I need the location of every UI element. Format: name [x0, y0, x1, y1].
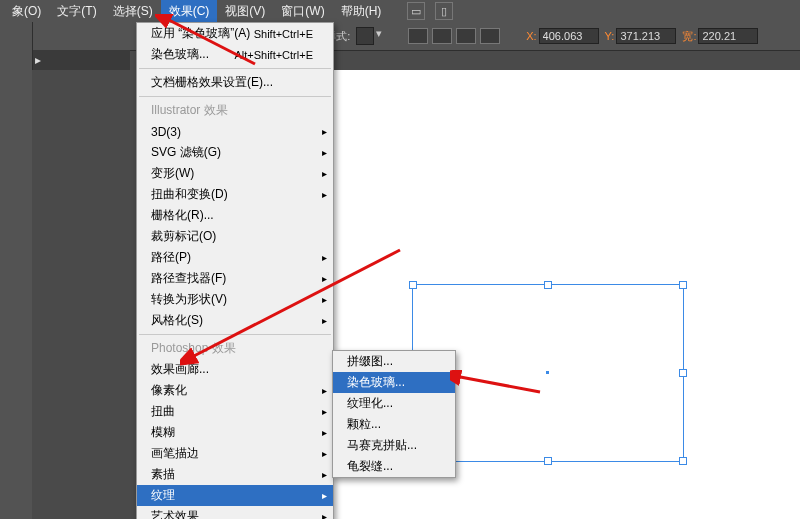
menu-apply[interactable]: 应用 “染色玻璃”(A) Shift+Ctrl+E — [137, 23, 333, 44]
x-label: X: — [526, 30, 536, 42]
handle[interactable] — [679, 281, 687, 289]
chevron-down-icon[interactable]: ▾ — [376, 27, 382, 45]
menu-effects[interactable]: 效果(C) — [161, 0, 218, 23]
align-icon[interactable] — [408, 28, 428, 44]
effects-menu: 应用 “染色玻璃”(A) Shift+Ctrl+E 染色玻璃... Alt+Sh… — [136, 22, 334, 519]
menu-warp[interactable]: 变形(W)▸ — [137, 163, 333, 184]
y-label: Y: — [605, 30, 615, 42]
menu-convert[interactable]: 转换为形状(V)▸ — [137, 289, 333, 310]
submenu-mosaic[interactable]: 马赛克拼贴... — [333, 435, 455, 456]
submenu-grain[interactable]: 颗粒... — [333, 414, 455, 435]
menu-text[interactable]: 文字(T) — [49, 0, 104, 23]
menubar: 象(O) 文字(T) 选择(S) 效果(C) 视图(V) 窗口(W) 帮助(H)… — [0, 0, 800, 23]
layout2-icon[interactable]: ▯ — [435, 2, 453, 20]
menu-gallery[interactable]: 效果画廊... — [137, 359, 333, 380]
menu-path[interactable]: 路径(P)▸ — [137, 247, 333, 268]
w-field[interactable] — [698, 28, 758, 44]
menu-distort2[interactable]: 扭曲▸ — [137, 401, 333, 422]
menu-help[interactable]: 帮助(H) — [333, 0, 390, 23]
menu-group: Photoshop 效果 — [137, 338, 333, 359]
texture-submenu: 拼缀图... 染色玻璃... 纹理化... 颗粒... 马赛克拼贴... 龟裂缝… — [332, 350, 456, 478]
align-icon[interactable] — [480, 28, 500, 44]
submenu-patchwork[interactable]: 拼缀图... — [333, 351, 455, 372]
y-field[interactable] — [616, 28, 676, 44]
style-swatch[interactable] — [356, 27, 374, 45]
menu-pathfinder[interactable]: 路径查找器(F)▸ — [137, 268, 333, 289]
align-icon[interactable] — [432, 28, 452, 44]
menu-select[interactable]: 选择(S) — [105, 0, 161, 23]
toolbar-icons: ▭ ▯ — [407, 2, 453, 20]
menu-group: Illustrator 效果 — [137, 100, 333, 121]
menu-artistic[interactable]: 艺术效果▸ — [137, 506, 333, 519]
menu-window[interactable]: 窗口(W) — [273, 0, 332, 23]
align-icons — [408, 28, 500, 44]
handle[interactable] — [679, 457, 687, 465]
menu-reapply[interactable]: 染色玻璃... Alt+Shift+Ctrl+E — [137, 44, 333, 65]
tools-column — [0, 22, 33, 519]
menu-3d[interactable]: 3D(3)▸ — [137, 121, 333, 142]
handle[interactable] — [679, 369, 687, 377]
menu-brush[interactable]: 画笔描边▸ — [137, 443, 333, 464]
handle[interactable] — [544, 457, 552, 465]
menu-raster-settings[interactable]: 文档栅格效果设置(E)... — [137, 72, 333, 93]
x-field[interactable] — [539, 28, 599, 44]
layout-icon[interactable]: ▭ — [407, 2, 425, 20]
menu-cropmarks[interactable]: 裁剪标记(O) — [137, 226, 333, 247]
handle[interactable] — [409, 281, 417, 289]
menu-view[interactable]: 视图(V) — [217, 0, 273, 23]
menu-object[interactable]: 象(O) — [4, 0, 49, 23]
center-handle[interactable] — [546, 371, 549, 374]
submenu-stainedglass[interactable]: 染色玻璃... — [333, 372, 455, 393]
menu-sketch[interactable]: 素描▸ — [137, 464, 333, 485]
handle[interactable] — [544, 281, 552, 289]
align-icon[interactable] — [456, 28, 476, 44]
menu-blur[interactable]: 模糊▸ — [137, 422, 333, 443]
w-label: 宽: — [682, 29, 696, 44]
menu-pixelate[interactable]: 像素化▸ — [137, 380, 333, 401]
menu-distort[interactable]: 扭曲和变换(D)▸ — [137, 184, 333, 205]
submenu-texturizer[interactable]: 纹理化... — [333, 393, 455, 414]
submenu-craquelure[interactable]: 龟裂缝... — [333, 456, 455, 477]
menu-svg[interactable]: SVG 滤镜(G)▸ — [137, 142, 333, 163]
menu-rasterize[interactable]: 栅格化(R)... — [137, 205, 333, 226]
menu-stylize[interactable]: 风格化(S)▸ — [137, 310, 333, 331]
menu-texture[interactable]: 纹理▸ — [137, 485, 333, 506]
options-bar: 描边 度 100% ▾ 样式: ▾ X: Y: 宽: — [0, 22, 800, 51]
